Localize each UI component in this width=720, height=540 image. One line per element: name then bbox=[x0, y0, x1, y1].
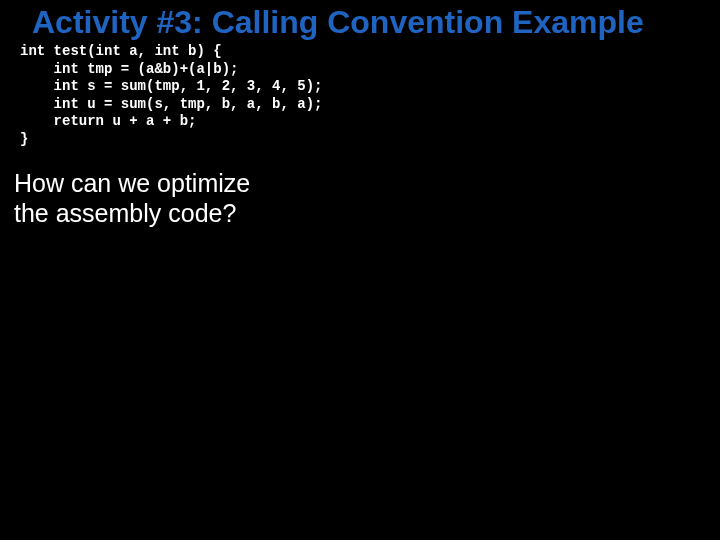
question-block: How can we optimize the assembly code? bbox=[0, 148, 720, 228]
code-line-5: return u + a + b; bbox=[20, 113, 196, 129]
code-line-4: int u = sum(s, tmp, b, a, b, a); bbox=[20, 96, 322, 112]
slide-title: Activity #3: Calling Convention Example bbox=[0, 0, 720, 41]
code-line-2: int tmp = (a&b)+(a|b); bbox=[20, 61, 238, 77]
code-line-1: int test(int a, int b) { bbox=[20, 43, 222, 59]
code-block: int test(int a, int b) { int tmp = (a&b)… bbox=[0, 41, 720, 148]
question-line-1: How can we optimize bbox=[14, 168, 720, 198]
code-line-6: } bbox=[20, 131, 28, 147]
slide: Activity #3: Calling Convention Example … bbox=[0, 0, 720, 540]
question-line-2: the assembly code? bbox=[14, 198, 720, 228]
code-line-3: int s = sum(tmp, 1, 2, 3, 4, 5); bbox=[20, 78, 322, 94]
